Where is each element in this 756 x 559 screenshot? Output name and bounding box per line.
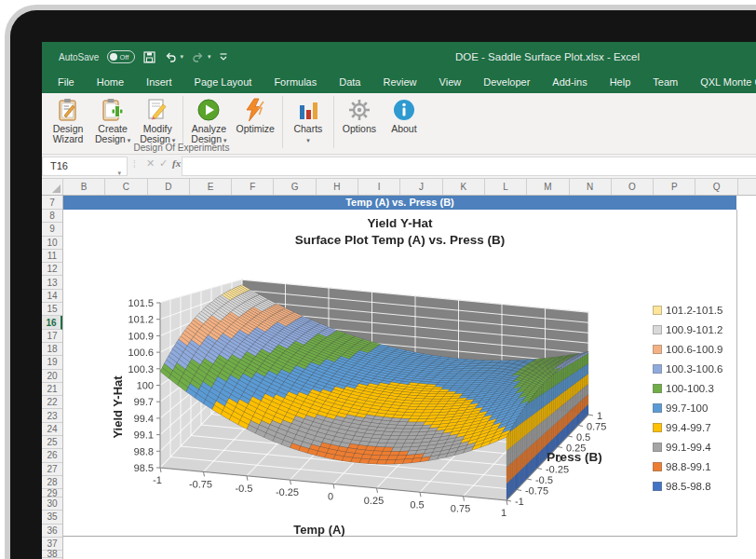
- row-header-9[interactable]: 9: [42, 223, 62, 236]
- legend-item[interactable]: 99.7-100: [653, 398, 722, 417]
- row-header-16[interactable]: 16: [42, 316, 62, 329]
- row-header-8[interactable]: 8: [42, 210, 62, 223]
- column-header-P[interactable]: P: [654, 179, 695, 195]
- row-header-11[interactable]: 11: [42, 250, 62, 263]
- row-header-18[interactable]: 18: [42, 343, 62, 356]
- ribbon-tab-add-ins[interactable]: Add-ins: [541, 72, 598, 93]
- column-header-B[interactable]: B: [63, 179, 105, 195]
- column-header-I[interactable]: I: [358, 179, 400, 195]
- legend-item[interactable]: 98.8-99.1: [653, 457, 722, 476]
- undo-dropdown-icon[interactable]: ▾: [180, 53, 183, 61]
- redo-dropdown-icon[interactable]: ▾: [208, 53, 211, 61]
- ribbon-tab-page-layout[interactable]: Page Layout: [183, 72, 263, 93]
- insert-function-icon[interactable]: fx: [172, 157, 181, 169]
- ribbon-group-separator: [182, 96, 183, 148]
- column-header-L[interactable]: L: [485, 179, 527, 195]
- undo-icon[interactable]: [164, 51, 177, 62]
- row-header-14[interactable]: 14: [42, 290, 62, 303]
- column-header-G[interactable]: G: [274, 179, 316, 195]
- ribbon-tab-home[interactable]: Home: [86, 72, 135, 93]
- name-box[interactable]: T16 ▾: [42, 157, 128, 176]
- legend-item[interactable]: 100.9-101.2: [653, 320, 722, 339]
- column-header-F[interactable]: F: [232, 179, 274, 195]
- legend-label: 100.9-101.2: [666, 324, 722, 335]
- column-header-N[interactable]: N: [570, 179, 612, 195]
- ribbon-tab-help[interactable]: Help: [599, 72, 642, 93]
- legend-item[interactable]: 100.6-100.9: [653, 339, 722, 359]
- ribbon-tab-formulas[interactable]: Formulas: [263, 72, 328, 93]
- legend-item[interactable]: 100-100.3: [653, 378, 722, 398]
- column-header-E[interactable]: E: [190, 179, 232, 195]
- row-header-19[interactable]: 19: [42, 356, 62, 369]
- cancel-icon[interactable]: ✕: [146, 157, 155, 170]
- column-header-J[interactable]: J: [400, 179, 442, 195]
- column-header-O[interactable]: O: [612, 179, 654, 195]
- analyze-design-button[interactable]: AnalyzeDesign ▾: [186, 94, 231, 144]
- formula-input[interactable]: [182, 157, 756, 176]
- row-header-20[interactable]: 20: [42, 370, 62, 383]
- create-design-button[interactable]: CreateDesign ▾: [90, 94, 135, 144]
- row-header-26[interactable]: 26: [42, 449, 62, 462]
- row-header-27[interactable]: 27: [42, 463, 62, 476]
- ribbon-tab-review[interactable]: Review: [371, 72, 427, 93]
- about-button[interactable]: About: [382, 94, 426, 134]
- legend-item[interactable]: 99.4-99.7: [653, 417, 722, 437]
- ribbon-tab-insert[interactable]: Insert: [135, 72, 183, 93]
- save-icon[interactable]: [143, 51, 155, 63]
- column-header-C[interactable]: C: [105, 179, 147, 195]
- row-header-35[interactable]: 35: [42, 511, 62, 524]
- design-wizard-button[interactable]: DesignWizard: [46, 94, 90, 144]
- ribbon-tab-qxl-monte-carlo[interactable]: QXL Monte Carlo: [689, 72, 756, 93]
- row-header-22[interactable]: 22: [42, 396, 62, 409]
- column-header-Q[interactable]: Q: [695, 179, 737, 195]
- row-header-13[interactable]: 13: [42, 276, 62, 289]
- column-header-K[interactable]: K: [443, 179, 485, 195]
- chart-title: Yield Y-Hat Surface Plot Temp (A) vs. Pr…: [63, 215, 736, 249]
- legend-item[interactable]: 99.1-99.4: [653, 437, 722, 457]
- column-header-D[interactable]: D: [148, 179, 190, 195]
- create-design-icon: [101, 96, 125, 124]
- redo-icon[interactable]: [192, 51, 205, 62]
- row-header-17[interactable]: 17: [42, 330, 62, 343]
- legend-item[interactable]: 98.5-98.8: [653, 476, 722, 496]
- legend-item[interactable]: 101.2-101.5: [653, 300, 722, 320]
- autosave-state: Off: [119, 53, 128, 61]
- select-all-corner[interactable]: [42, 179, 63, 195]
- legend-item[interactable]: 100.3-100.6: [653, 359, 722, 378]
- row-header-29[interactable]: 29: [42, 489, 62, 498]
- legend-label: 98.8-99.1: [666, 461, 711, 472]
- row-header-21[interactable]: 21: [42, 383, 62, 396]
- row-header-23[interactable]: 23: [42, 409, 62, 422]
- row-header-12[interactable]: 12: [42, 263, 62, 276]
- row-header-25[interactable]: 25: [42, 436, 62, 449]
- options-button[interactable]: Options: [337, 94, 382, 134]
- surface-chart-object[interactable]: Yield Y-Hat Surface Plot Temp (A) vs. Pr…: [63, 210, 737, 537]
- ribbon-tab-view[interactable]: View: [428, 72, 473, 93]
- modify-design-button[interactable]: ModifyDesign ▾: [135, 94, 180, 144]
- row-header-38[interactable]: 38: [42, 551, 62, 558]
- row-header-7[interactable]: 7: [42, 196, 62, 210]
- title-bar: AutoSave Off ▾ ▾ DOE - Saddle Surface Pl…: [42, 42, 756, 72]
- ribbon: DesignWizardCreateDesign ▾ModifyDesign ▾…: [42, 93, 756, 155]
- column-header-M[interactable]: M: [527, 179, 569, 195]
- autosave-toggle-knob: [110, 53, 117, 61]
- customize-qat-icon[interactable]: [219, 52, 228, 62]
- ribbon-tab-file[interactable]: File: [47, 72, 86, 93]
- ribbon-tab-data[interactable]: Data: [328, 72, 371, 93]
- chart-legend[interactable]: 101.2-101.5100.9-101.2100.6-100.9100.3-1…: [653, 300, 722, 496]
- banner-cell[interactable]: Temp (A) vs. Press (B): [63, 196, 736, 210]
- optimize-button[interactable]: Optimize: [231, 94, 278, 134]
- column-header-H[interactable]: H: [317, 179, 358, 195]
- ribbon-tab-team[interactable]: Team: [641, 72, 689, 93]
- ribbon-tab-developer[interactable]: Developer: [472, 72, 541, 93]
- chart-title-line1: Yield Y-Hat: [63, 215, 736, 232]
- row-header-24[interactable]: 24: [42, 423, 62, 436]
- autosave-toggle[interactable]: Off: [107, 50, 135, 63]
- surface-plot-canvas[interactable]: [63, 210, 736, 536]
- charts-button[interactable]: Charts ▾: [286, 94, 331, 144]
- row-header-10[interactable]: 10: [42, 237, 62, 250]
- row-header-30[interactable]: 30: [42, 498, 62, 511]
- enter-icon[interactable]: ✓: [159, 157, 168, 170]
- row-header-36[interactable]: 36: [42, 525, 62, 538]
- row-header-15[interactable]: 15: [42, 303, 62, 316]
